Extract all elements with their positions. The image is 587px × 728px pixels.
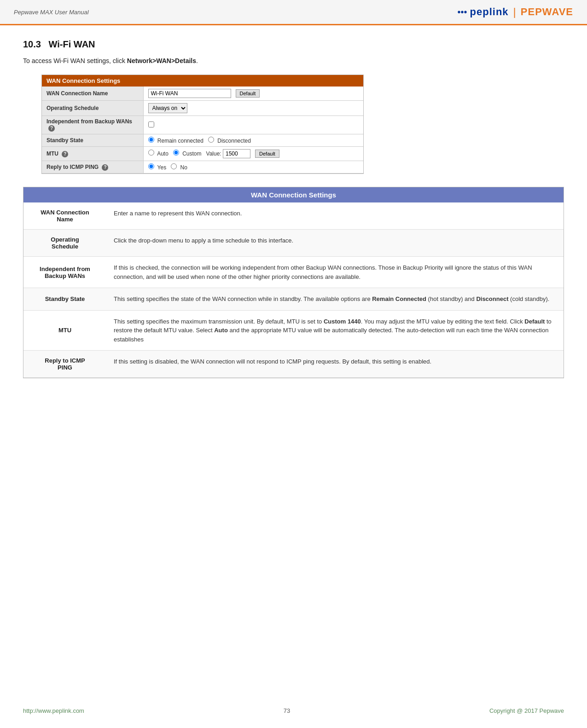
- icmp-help-icon[interactable]: ?: [102, 164, 108, 171]
- footer-page: 73: [284, 707, 290, 714]
- screenshot-header: WAN Connection Settings: [42, 75, 363, 87]
- main-content: 10.3 Wi-Fi WAN To access Wi-Fi WAN setti…: [0, 25, 587, 405]
- ss-value-wan-name: Default: [143, 87, 363, 101]
- ss-row-icmp: Reply to ICMP PING ? Yes No: [42, 161, 363, 173]
- ss-row-mtu: MTU ? Auto Custom Value: Default: [42, 147, 363, 161]
- ss-label-independent: Independent from Backup WANs ?: [42, 116, 143, 134]
- section-title: Wi-Fi WAN: [49, 39, 95, 49]
- ss-value-icmp: Yes No: [143, 161, 363, 173]
- icmp-yes-radio[interactable]: [148, 163, 154, 169]
- ss-row-standby: Standby State Remain connected Disconnec…: [42, 134, 363, 147]
- standby-remain-radio[interactable]: [148, 137, 154, 143]
- ss-label-standby: Standby State: [42, 134, 143, 147]
- wan-name-default-button[interactable]: Default: [236, 89, 260, 98]
- icmp-no-radio[interactable]: [171, 163, 177, 169]
- ss-value-independent: [143, 116, 363, 134]
- explain-row-wan-name: WAN ConnectionName Enter a name to repre…: [23, 202, 564, 230]
- explain-desc-independent: If this is checked, the connection will …: [106, 257, 564, 288]
- explain-field-standby: Standby State: [23, 288, 106, 311]
- explain-field-mtu: MTU: [23, 310, 106, 351]
- pepwave-logo: PEPWAVE: [521, 6, 573, 18]
- mtu-value-input[interactable]: [223, 149, 250, 158]
- ss-value-operating-schedule: Always on: [143, 101, 363, 116]
- explain-row-independent: Independent fromBackup WANs If this is c…: [23, 257, 564, 288]
- explain-field-icmp: Reply to ICMPPING: [23, 351, 106, 378]
- mtu-default-button[interactable]: Default: [255, 150, 279, 158]
- explain-table: WAN ConnectionName Enter a name to repre…: [23, 202, 564, 378]
- standby-disconnected-radio[interactable]: [208, 137, 214, 143]
- independent-help-icon[interactable]: ?: [48, 125, 55, 132]
- logo-dots-icon: •••: [458, 7, 467, 17]
- screenshot-table-wrapper: WAN Connection Settings WAN Connection N…: [41, 75, 364, 174]
- ss-label-operating-schedule: Operating Schedule: [42, 101, 143, 116]
- ss-row-operating-schedule: Operating Schedule Always on: [42, 101, 363, 116]
- logo-area: ••• peplink | PEPWAVE: [458, 6, 573, 18]
- ss-label-icmp: Reply to ICMP PING ?: [42, 161, 143, 173]
- page-footer: http://www.peplink.com 73 Copyright @ 20…: [0, 707, 587, 714]
- footer-copyright: Copyright @ 2017 Pepwave: [489, 707, 564, 714]
- explain-field-schedule: OperatingSchedule: [23, 230, 106, 257]
- section-heading: 10.3 Wi-Fi WAN: [23, 39, 564, 50]
- ss-label-wan-name: WAN Connection Name: [42, 87, 143, 101]
- ss-value-standby: Remain connected Disconnected: [143, 134, 363, 147]
- explain-desc-standby: This setting specifies the state of the …: [106, 288, 564, 311]
- page-header: Pepwave MAX User Manual ••• peplink | PE…: [0, 0, 587, 25]
- mtu-auto-radio[interactable]: [148, 150, 154, 156]
- ss-label-mtu: MTU ?: [42, 147, 143, 161]
- peplink-logo: peplink: [470, 6, 509, 18]
- explain-row-schedule: OperatingSchedule Click the drop-down me…: [23, 230, 564, 257]
- explain-field-wan-name: WAN ConnectionName: [23, 202, 106, 230]
- explain-desc-mtu: This setting specifies the maximum trans…: [106, 310, 564, 351]
- explain-desc-wan-name: Enter a name to represent this WAN conne…: [106, 202, 564, 230]
- explain-header: WAN Connection Settings: [23, 187, 564, 202]
- explain-wrapper: WAN Connection Settings WAN ConnectionNa…: [23, 187, 564, 378]
- section-number: 10.3: [23, 39, 41, 49]
- logo-separator: |: [513, 6, 516, 18]
- manual-title: Pepwave MAX User Manual: [14, 9, 89, 16]
- explain-row-icmp: Reply to ICMPPING If this setting is dis…: [23, 351, 564, 378]
- explain-row-standby: Standby State This setting specifies the…: [23, 288, 564, 311]
- ss-row-wan-name: WAN Connection Name Default: [42, 87, 363, 101]
- explain-desc-icmp: If this setting is disabled, the WAN con…: [106, 351, 564, 378]
- mtu-help-icon[interactable]: ?: [62, 151, 68, 157]
- explain-row-mtu: MTU This setting specifies the maximum t…: [23, 310, 564, 351]
- footer-url: http://www.peplink.com: [23, 707, 84, 714]
- ss-value-mtu: Auto Custom Value: Default: [143, 147, 363, 161]
- screenshot-table: WAN Connection Name Default Operating Sc…: [42, 87, 363, 173]
- operating-schedule-select[interactable]: Always on: [148, 103, 187, 113]
- independent-checkbox[interactable]: [148, 121, 154, 127]
- mtu-custom-radio[interactable]: [173, 150, 179, 156]
- wan-name-input[interactable]: [148, 89, 231, 98]
- explain-desc-schedule: Click the drop-down menu to apply a time…: [106, 230, 564, 257]
- ss-row-independent: Independent from Backup WANs ?: [42, 116, 363, 134]
- explain-field-independent: Independent fromBackup WANs: [23, 257, 106, 288]
- intro-paragraph: To access Wi-Fi WAN settings, click Netw…: [23, 57, 564, 64]
